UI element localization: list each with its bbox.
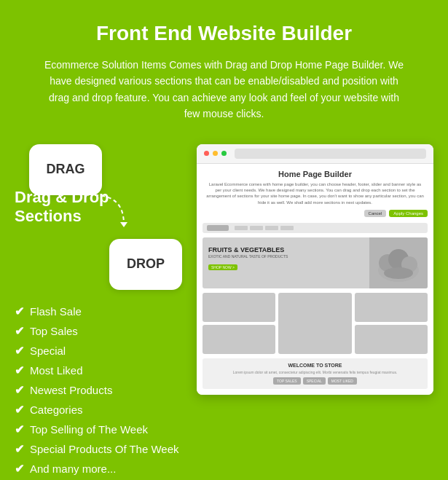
mockup-welcome-section: WELCOME TO STORE Lorem ipsum dolor sit a… (203, 358, 428, 389)
mockup-nav-item (235, 226, 248, 230)
drag-label: DRAG (47, 162, 85, 177)
check-icon: ✔ (15, 403, 24, 417)
check-icon: ✔ (15, 422, 24, 436)
list-item: ✔ Flash Sale (15, 304, 182, 318)
browser-url-bar (235, 149, 426, 159)
list-item: ✔ Newest Products (15, 383, 182, 397)
description-text: Ecommerce Solution Items Comes with Drag… (42, 57, 406, 122)
page-title: Front End Website Builder (15, 22, 433, 45)
left-column: DRAG Drag & Drop Sections DROP (15, 144, 182, 480)
check-icon: ✔ (15, 442, 24, 456)
browser-mockup: Home Page Builder Laravel Ecommerce come… (197, 144, 433, 396)
mockup-grid-item (355, 325, 428, 354)
mockup-special-button[interactable]: SPECIAL (303, 377, 326, 385)
list-item: ✔ Most Liked (15, 363, 182, 377)
mockup-shop-now-button[interactable]: SHOP NOW > (208, 264, 237, 270)
mockup-apply-button[interactable]: Apply Changes (389, 210, 428, 217)
check-icon: ✔ (15, 462, 24, 476)
mockup-nav-item (280, 226, 294, 230)
check-icon: ✔ (15, 363, 24, 377)
mockup-page-title: Home Page Builder (203, 170, 428, 178)
mockup-buttons: Cancel Apply Changes (203, 210, 428, 217)
mockup-welcome-text: Lorem ipsum dolor sit amet, consectetur … (207, 370, 423, 374)
svg-point-5 (384, 267, 413, 279)
mockup-top-sales-button[interactable]: TOP SALES (273, 377, 301, 385)
mockup-description: Laravel Ecommerce comes with home page b… (203, 181, 428, 206)
check-icon: ✔ (15, 304, 24, 318)
mockup-cancel-button[interactable]: Cancel (364, 210, 387, 217)
mockup-inner: Home Page Builder Laravel Ecommerce come… (197, 164, 433, 396)
mockup-welcome-title: WELCOME TO STORE (207, 363, 423, 368)
list-item: ✔ Special (15, 344, 182, 358)
feature-checklist: ✔ Flash Sale ✔ Top Sales ✔ Special ✔ Mos… (15, 304, 182, 480)
mockup-banner-subtitle: EXOTIC AND NATURAL TASTE OF PRODUCTS (208, 254, 288, 259)
drop-label: DROP (127, 256, 165, 272)
svg-marker-0 (120, 222, 127, 227)
browser-dot-yellow (213, 151, 218, 156)
browser-dot-green (221, 151, 227, 156)
mockup-grid-item (203, 293, 275, 322)
mockup-banner: FRUITS & VEGETABLES EXOTIC AND NATURAL T… (203, 237, 428, 288)
mockup-banner-image (369, 237, 428, 288)
mockup-welcome-buttons: TOP SALES SPECIAL MOST LIKED (207, 377, 423, 385)
mockup-grid-item-tall (278, 293, 351, 354)
mockup-banner-title: FRUITS & VEGETABLES (208, 246, 288, 253)
check-icon: ✔ (15, 383, 24, 397)
mockup-logo (207, 225, 229, 231)
mockup-nav (203, 223, 428, 233)
list-item: ✔ And many more... (15, 462, 182, 476)
mockup-nav-item (250, 226, 263, 230)
mockup-grid-item (355, 293, 428, 322)
mockup-banner-text: FRUITS & VEGETABLES EXOTIC AND NATURAL T… (208, 246, 288, 272)
mockup-grid-item (203, 325, 275, 354)
browser-dot-red (204, 151, 209, 156)
right-column: Home Page Builder Laravel Ecommerce come… (197, 144, 433, 396)
mockup-product-grid (203, 293, 428, 354)
drag-drop-label: Drag & Drop Sections (15, 188, 117, 227)
mockup-nav-item (265, 226, 278, 230)
check-icon: ✔ (15, 344, 24, 358)
drag-drop-diagram: DRAG Drag & Drop Sections DROP (15, 144, 182, 290)
list-item: ✔ Categories (15, 403, 182, 417)
list-item: ✔ Special Products Of The Week (15, 442, 182, 456)
mockup-most-liked-button[interactable]: MOST LIKED (328, 377, 357, 385)
browser-header (197, 144, 433, 164)
list-item: ✔ Top Sales (15, 324, 182, 338)
content-row: DRAG Drag & Drop Sections DROP (15, 144, 433, 480)
list-item: ✔ Top Selling of The Week (15, 422, 182, 436)
mockup-nav-items (235, 226, 294, 230)
check-icon: ✔ (15, 324, 24, 338)
main-container: Front End Website Builder Ecommerce Solu… (0, 0, 448, 480)
drop-box: DROP (109, 239, 182, 290)
